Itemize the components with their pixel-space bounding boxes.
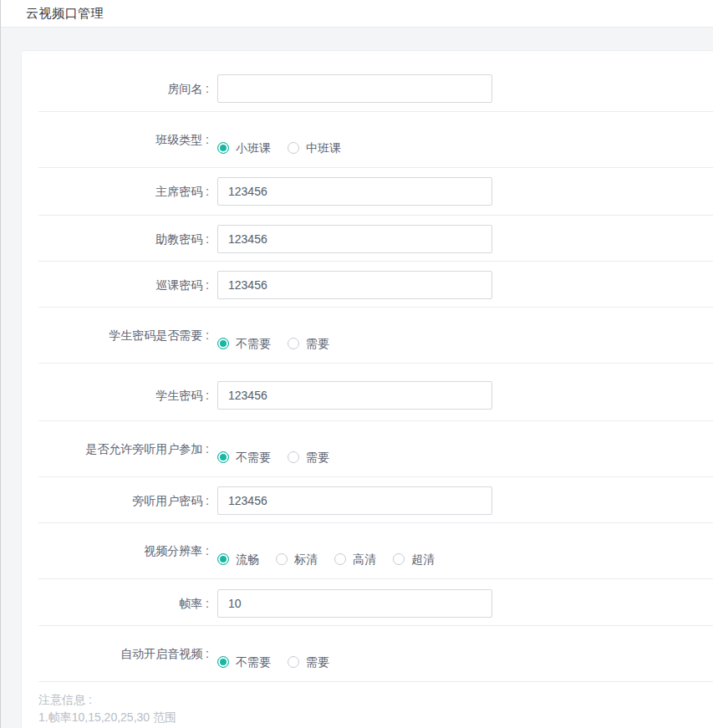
- room-name-input[interactable]: [217, 74, 492, 103]
- radio-option-label: 不需要: [236, 335, 271, 352]
- radio-option-label: 需要: [306, 654, 329, 670]
- radio-option-label: 中班课: [306, 140, 341, 156]
- form-row-room-name: 房间名 :: [22, 51, 713, 111]
- notes-section: 注意信息 : 1.帧率10,15,20,25,30 范围: [22, 681, 713, 725]
- radio-button-icon: [217, 142, 229, 154]
- student-password-control: [217, 381, 492, 410]
- radio-button-icon: [288, 656, 299, 668]
- audit-user-password-label: 旁听用户密码 :: [38, 492, 209, 509]
- notes-line: 1.帧率10,15,20,25,30 范围: [38, 709, 713, 725]
- class-type-label: 班级类型 :: [38, 130, 209, 148]
- radio-button-icon: [217, 656, 229, 668]
- radio-button-icon: [288, 451, 299, 463]
- chairman-password-control: [217, 177, 492, 206]
- radio-button-icon: [217, 338, 229, 349]
- allow-audit-user-option-1[interactable]: 需要: [288, 449, 329, 466]
- auto-start-av-label: 自动开启音视频 :: [38, 644, 209, 662]
- frame-rate-control: [217, 589, 492, 618]
- radio-option-label: 需要: [306, 449, 329, 466]
- class-type-option-0[interactable]: 小班课: [217, 140, 271, 156]
- radio-button-icon: [217, 451, 229, 463]
- radio-option-label: 流畅: [236, 551, 259, 568]
- allow-audit-user-label: 是否允许旁听用户参加 :: [38, 439, 209, 457]
- patrol-password-input[interactable]: [217, 271, 492, 299]
- page-header: 云视频口管理: [1, 0, 713, 28]
- notes-lines: 1.帧率10,15,20,25,30 范围: [38, 709, 713, 725]
- radio-option-label: 标清: [294, 551, 318, 568]
- form-row-chairman-password: 主席密码 :: [22, 167, 713, 215]
- radio-button-icon: [276, 553, 288, 565]
- student-password-needed-label: 学生密码是否需要 :: [38, 325, 209, 344]
- assistant-password-input[interactable]: [217, 225, 492, 253]
- form-row-allow-audit-user: 是否允许旁听用户参加 :不需要需要: [22, 420, 713, 476]
- radio-button-icon: [334, 553, 346, 565]
- video-resolution-option-2[interactable]: 高清: [334, 551, 376, 568]
- frame-rate-label: 帧率 :: [38, 595, 209, 612]
- student-password-needed-option-0[interactable]: 不需要: [217, 335, 271, 352]
- radio-button-icon: [217, 553, 229, 565]
- student-password-label: 学生密码 :: [38, 387, 209, 404]
- audit-user-password-control: [217, 486, 492, 515]
- allow-audit-user-radio-group: 不需要需要: [217, 439, 346, 466]
- patrol-password-control: [217, 271, 492, 299]
- class-type-option-1[interactable]: 中班课: [288, 140, 341, 156]
- form-rows: 房间名 :班级类型 :小班课中班课主席密码 :助教密码 :巡课密码 :学生密码是…: [22, 51, 713, 681]
- assistant-password-label: 助教密码 :: [38, 231, 209, 247]
- auto-start-av-option-1[interactable]: 需要: [288, 654, 329, 670]
- class-type-radio-group: 小班课中班课: [217, 130, 358, 156]
- form-row-audit-user-password: 旁听用户密码 :: [22, 476, 713, 522]
- radio-button-icon: [288, 338, 299, 349]
- form-row-video-resolution: 视频分辨率 :流畅标清高清超清: [22, 522, 713, 578]
- video-resolution-radio-group: 流畅标清高清超清: [217, 541, 451, 568]
- radio-option-label: 不需要: [236, 654, 271, 670]
- video-resolution-option-3[interactable]: 超清: [393, 551, 435, 568]
- radio-option-label: 需要: [306, 335, 329, 352]
- video-resolution-option-1[interactable]: 标清: [276, 551, 318, 568]
- assistant-password-control: [217, 225, 492, 253]
- radio-option-label: 超清: [411, 551, 435, 568]
- radio-button-icon: [288, 142, 299, 154]
- notes-title: 注意信息 :: [38, 691, 713, 708]
- form-row-patrol-password: 巡课密码 :: [22, 261, 713, 307]
- student-password-needed-option-1[interactable]: 需要: [288, 335, 329, 352]
- room-name-label: 房间名 :: [38, 80, 209, 97]
- student-password-input[interactable]: [217, 381, 492, 410]
- frame-rate-input[interactable]: [217, 589, 492, 618]
- video-resolution-option-0[interactable]: 流畅: [217, 551, 259, 568]
- room-name-control: [217, 74, 492, 103]
- radio-option-label: 小班课: [236, 140, 271, 156]
- chairman-password-label: 主席密码 :: [38, 183, 209, 200]
- chairman-password-input[interactable]: [217, 177, 492, 206]
- form-row-class-type: 班级类型 :小班课中班课: [22, 111, 713, 167]
- allow-audit-user-option-0[interactable]: 不需要: [217, 449, 271, 466]
- form-row-auto-start-av: 自动开启音视频 :不需要需要: [22, 625, 713, 681]
- student-password-needed-radio-group: 不需要需要: [217, 325, 346, 352]
- auto-start-av-option-0[interactable]: 不需要: [217, 654, 271, 670]
- form-row-student-password-needed: 学生密码是否需要 :不需要需要: [22, 307, 713, 363]
- auto-start-av-radio-group: 不需要需要: [217, 644, 346, 670]
- patrol-password-label: 巡课密码 :: [38, 277, 209, 293]
- form-row-student-password: 学生密码 :: [22, 363, 713, 420]
- radio-option-label: 高清: [353, 551, 376, 568]
- page-title: 云视频口管理: [26, 6, 104, 22]
- video-resolution-label: 视频分辨率 :: [38, 541, 209, 559]
- radio-option-label: 不需要: [236, 449, 271, 466]
- cloud-video-management-page: 云视频口管理 房间名 :班级类型 :小班课中班课主席密码 :助教密码 :巡课密码…: [0, 0, 713, 728]
- form-card: 房间名 :班级类型 :小班课中班课主席密码 :助教密码 :巡课密码 :学生密码是…: [21, 50, 713, 728]
- form-row-frame-rate: 帧率 :: [22, 578, 713, 625]
- form-row-assistant-password: 助教密码 :: [22, 215, 713, 261]
- radio-button-icon: [393, 553, 405, 565]
- audit-user-password-input[interactable]: [217, 486, 492, 515]
